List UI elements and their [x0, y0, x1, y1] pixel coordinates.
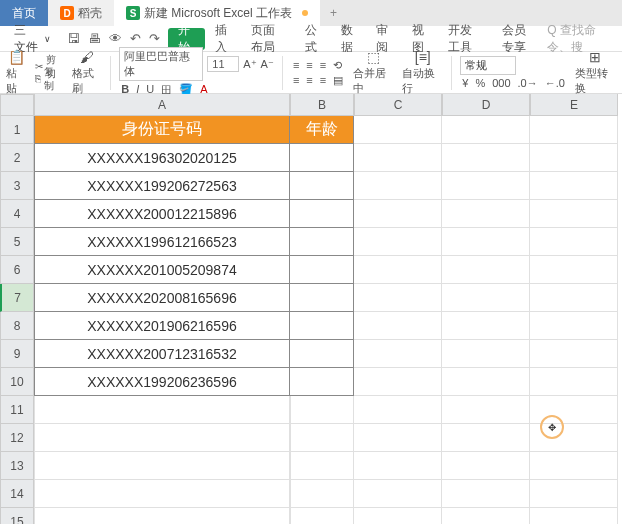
cell[interactable]: XXXXXX200712316532 — [34, 340, 290, 368]
cell[interactable] — [530, 508, 618, 524]
cell[interactable] — [354, 340, 442, 368]
cell[interactable] — [530, 200, 618, 228]
cell[interactable] — [290, 508, 354, 524]
row-header[interactable]: 9 — [0, 340, 34, 368]
comma-icon[interactable]: 000 — [490, 77, 512, 89]
cell[interactable]: XXXXXX199206236596 — [34, 368, 290, 396]
menu-view[interactable]: 视图 — [404, 28, 438, 50]
cell[interactable] — [34, 396, 290, 424]
cell[interactable] — [442, 508, 530, 524]
cell[interactable] — [530, 340, 618, 368]
row-header[interactable]: 4 — [0, 200, 34, 228]
align-bot-icon[interactable]: ≡ — [318, 59, 328, 72]
cell[interactable] — [530, 256, 618, 284]
row-header[interactable]: 3 — [0, 172, 34, 200]
cell[interactable] — [530, 144, 618, 172]
col-header-E[interactable]: E — [530, 94, 618, 116]
percent-icon[interactable]: % — [473, 77, 487, 89]
cell[interactable] — [290, 172, 354, 200]
dec-dec-icon[interactable]: ←.0 — [543, 77, 567, 89]
cell[interactable]: XXXXXX202008165696 — [34, 284, 290, 312]
cell[interactable] — [530, 480, 618, 508]
cell[interactable] — [530, 228, 618, 256]
dec-inc-icon[interactable]: .0→ — [516, 77, 540, 89]
save-icon[interactable]: 🖫 — [67, 31, 80, 46]
cell[interactable] — [354, 228, 442, 256]
menu-review[interactable]: 审阅 — [368, 28, 402, 50]
row-header[interactable]: 5 — [0, 228, 34, 256]
copy-button[interactable]: ⎘复制 — [35, 73, 64, 85]
wrap-button[interactable]: [≡] 自动换行 — [402, 49, 443, 96]
redo-icon[interactable]: ↷ — [149, 31, 160, 46]
align-right-icon[interactable]: ≡ — [318, 74, 328, 87]
col-header-C[interactable]: C — [354, 94, 442, 116]
cell[interactable] — [442, 144, 530, 172]
cell[interactable] — [354, 116, 442, 144]
cell[interactable] — [442, 312, 530, 340]
cell[interactable] — [354, 424, 442, 452]
orientation-icon[interactable]: ⟲ — [331, 59, 344, 72]
cell[interactable]: XXXXXX199612166523 — [34, 228, 290, 256]
cell[interactable]: XXXXXX200012215896 — [34, 200, 290, 228]
merge-button[interactable]: ⬚ 合并居中 — [353, 49, 394, 96]
align-mid-icon[interactable]: ≡ — [304, 59, 314, 72]
row-header[interactable]: 13 — [0, 452, 34, 480]
increase-font-icon[interactable]: A⁺ — [243, 58, 256, 71]
menu-dev[interactable]: 开发工具 — [440, 28, 492, 50]
align-center-icon[interactable]: ≡ — [304, 74, 314, 87]
cell[interactable] — [290, 312, 354, 340]
cell[interactable] — [442, 452, 530, 480]
select-all-corner[interactable] — [0, 94, 34, 116]
cell[interactable] — [530, 312, 618, 340]
undo-icon[interactable]: ↶ — [130, 31, 141, 46]
cell[interactable] — [442, 424, 530, 452]
cell[interactable] — [530, 452, 618, 480]
cell[interactable] — [354, 452, 442, 480]
cell[interactable] — [34, 480, 290, 508]
row-header[interactable]: 1 — [0, 116, 34, 144]
cell[interactable]: XXXXXX199206272563 — [34, 172, 290, 200]
cell[interactable] — [354, 480, 442, 508]
indent-icon[interactable]: ▤ — [331, 74, 345, 87]
row-header[interactable]: 6 — [0, 256, 34, 284]
menu-data[interactable]: 数据 — [333, 28, 367, 50]
cell[interactable] — [530, 368, 618, 396]
cell[interactable] — [442, 480, 530, 508]
cell[interactable] — [442, 116, 530, 144]
print-icon[interactable]: 🖶 — [88, 31, 101, 46]
menu-member[interactable]: 会员专享 — [494, 28, 546, 50]
cell[interactable] — [354, 368, 442, 396]
row-header[interactable]: 11 — [0, 396, 34, 424]
row-header[interactable]: 12 — [0, 424, 34, 452]
cell[interactable] — [442, 256, 530, 284]
number-format-select[interactable]: 常规 — [460, 56, 516, 75]
cell[interactable] — [354, 256, 442, 284]
cell[interactable] — [530, 284, 618, 312]
cell[interactable] — [290, 396, 354, 424]
font-select[interactable]: 阿里巴巴普惠体 — [119, 47, 203, 81]
cell[interactable] — [290, 200, 354, 228]
cell[interactable] — [34, 452, 290, 480]
col-header-D[interactable]: D — [442, 94, 530, 116]
row-header[interactable]: 10 — [0, 368, 34, 396]
currency-icon[interactable]: ¥ — [460, 77, 470, 89]
cell[interactable] — [442, 172, 530, 200]
cell[interactable] — [290, 368, 354, 396]
cell[interactable] — [354, 284, 442, 312]
cell[interactable] — [34, 424, 290, 452]
paste-group[interactable]: 📋 粘贴 — [6, 49, 27, 96]
cell[interactable]: XXXXXX201005209874 — [34, 256, 290, 284]
cell[interactable] — [290, 256, 354, 284]
row-header[interactable]: 7 — [0, 284, 34, 312]
menu-formula[interactable]: 公式 — [297, 28, 331, 50]
cell[interactable] — [530, 396, 618, 424]
cell[interactable] — [442, 396, 530, 424]
cell[interactable] — [290, 144, 354, 172]
header-cell-B[interactable]: 年龄 — [290, 116, 354, 144]
preview-icon[interactable]: 👁 — [109, 31, 122, 46]
cell[interactable] — [34, 508, 290, 524]
cell[interactable] — [290, 340, 354, 368]
cell[interactable] — [530, 116, 618, 144]
cell[interactable] — [442, 368, 530, 396]
cell[interactable] — [530, 424, 618, 452]
